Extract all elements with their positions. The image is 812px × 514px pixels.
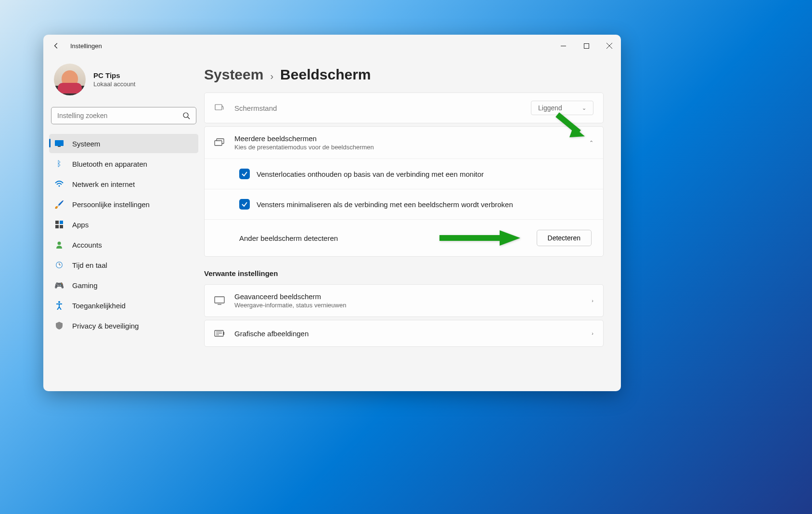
back-button[interactable] (53, 42, 60, 49)
chevron-right-icon: › (270, 71, 273, 82)
minimize-icon (561, 43, 566, 49)
apps-icon (55, 220, 64, 229)
sidebar-item-label: Accounts (72, 241, 102, 249)
sidebar-item-label: Persoonlijke instellingen (72, 200, 150, 209)
breadcrumb: Systeem › Beeldscherm (204, 66, 604, 83)
advanced-title: Geavanceerd beeldscherm (234, 292, 582, 301)
svg-rect-1 (584, 43, 589, 48)
checkbox-minimize[interactable] (239, 199, 250, 210)
related-heading: Verwante instellingen (204, 269, 604, 277)
avatar (54, 64, 86, 95)
gamepad-icon: 🎮 (55, 281, 64, 290)
sidebar-item-privacy[interactable]: Privacy & beveiliging (49, 316, 198, 335)
clock-icon (55, 261, 64, 269)
shield-icon (55, 321, 64, 330)
profile-name: PC Tips (93, 71, 135, 79)
maximize-icon (584, 43, 589, 49)
multi-subtitle: Kies de presentatiemodus voor de beeldsc… (234, 144, 580, 151)
brush-icon: 🖌️ (55, 200, 64, 209)
graphics-icon (214, 328, 225, 339)
graphics-card[interactable]: Grafische afbeeldingen › (204, 320, 604, 347)
sidebar-item-bluetooth[interactable]: ᛒ Bluetooth en apparaten (49, 154, 198, 173)
sidebar-item-label: Bluetooth en apparaten (72, 160, 147, 168)
detect-button[interactable]: Detecteren (537, 230, 592, 246)
svg-rect-23 (215, 297, 224, 303)
person-icon (55, 240, 64, 249)
svg-rect-11 (55, 225, 59, 228)
content-area: Systeem › Beeldscherm Schermstand Liggen… (204, 57, 621, 391)
annotation-arrow-2 (439, 229, 521, 247)
orientation-label: Schermstand (234, 104, 521, 112)
svg-rect-21 (215, 141, 222, 145)
multiple-displays-header[interactable]: Meerdere beeldschermen Kies de presentat… (205, 127, 603, 158)
svg-rect-12 (60, 225, 63, 228)
checkbox-remember[interactable] (239, 169, 250, 179)
svg-rect-10 (60, 221, 63, 224)
svg-line-5 (188, 117, 190, 119)
sidebar-item-accessibility[interactable]: Toegankelijkheid (49, 296, 198, 315)
search-icon (182, 112, 190, 119)
annotation-arrow-1 (555, 112, 589, 142)
svg-rect-22 (439, 235, 502, 241)
graphics-title: Grafische afbeeldingen (234, 329, 582, 338)
sidebar-item-label: Toegankelijkheid (72, 302, 126, 310)
minimize-button[interactable] (552, 35, 575, 57)
detect-label: Ander beeldscherm detecteren (239, 234, 338, 242)
search-input[interactable] (57, 112, 182, 119)
sidebar: PC Tips Lokaal account Systeem ᛒ Bluetoo… (43, 57, 204, 391)
sidebar-item-time[interactable]: Tijd en taal (49, 255, 198, 275)
close-button[interactable] (598, 35, 621, 57)
accessibility-icon (55, 301, 64, 310)
chevron-right-icon: › (592, 298, 593, 303)
sidebar-item-gaming[interactable]: 🎮 Gaming (49, 276, 198, 295)
orientation-card: Schermstand Liggend ⌄ (204, 92, 604, 123)
multiple-displays-card: Meerdere beeldschermen Kies de presentat… (204, 126, 604, 257)
search-box[interactable] (51, 107, 196, 124)
bluetooth-icon: ᛒ (55, 159, 64, 168)
svg-point-18 (58, 301, 60, 303)
advanced-display-card[interactable]: Geavanceerd beeldscherm Weergave-informa… (204, 284, 604, 317)
sidebar-item-label: Gaming (72, 281, 98, 290)
settings-window: Instellingen PC Tips Lokaal account (43, 35, 621, 391)
sidebar-item-label: Tijd en taal (72, 261, 107, 269)
sidebar-item-label: Netwerk en internet (72, 180, 135, 188)
maximize-button[interactable] (575, 35, 598, 57)
displays-icon (214, 137, 225, 148)
minimize-windows-label: Vensters minimaliseren als de verbinding… (257, 200, 592, 209)
titlebar: Instellingen (43, 35, 621, 57)
svg-rect-7 (58, 146, 61, 147)
svg-rect-29 (223, 332, 224, 335)
chevron-up-icon: ⌃ (589, 140, 593, 146)
svg-point-8 (59, 185, 60, 187)
remember-locations-row[interactable]: Vensterlocaties onthouden op basis van d… (205, 158, 603, 189)
svg-rect-9 (55, 221, 59, 224)
sidebar-item-system[interactable]: Systeem (49, 134, 198, 153)
profile-block[interactable]: PC Tips Lokaal account (47, 62, 200, 104)
sidebar-item-apps[interactable]: Apps (49, 215, 198, 234)
back-arrow-icon (53, 42, 60, 50)
monitor-outline-icon (214, 295, 225, 306)
breadcrumb-parent[interactable]: Systeem (204, 66, 263, 83)
chevron-down-icon: ⌄ (582, 105, 586, 111)
detect-display-row: Ander beeldscherm detecteren Detecteren (205, 219, 603, 256)
check-icon (241, 171, 248, 177)
wifi-icon (55, 180, 64, 188)
window-controls (552, 35, 621, 57)
sidebar-item-label: Privacy & beveiliging (72, 322, 139, 330)
sidebar-item-personalization[interactable]: 🖌️ Persoonlijke instellingen (49, 195, 198, 214)
nav-list: Systeem ᛒ Bluetooth en apparaten Netwerk… (47, 134, 200, 335)
check-icon (241, 201, 248, 208)
minimize-windows-row[interactable]: Vensters minimaliseren als de verbinding… (205, 189, 603, 219)
multi-title: Meerdere beeldschermen (234, 134, 580, 143)
advanced-subtitle: Weergave-informatie, status vernieuwen (234, 302, 582, 309)
svg-rect-19 (215, 105, 222, 110)
svg-point-13 (58, 242, 61, 245)
breadcrumb-current: Beeldscherm (280, 66, 371, 83)
orientation-icon (214, 103, 225, 113)
svg-rect-6 (55, 140, 64, 146)
close-icon (606, 43, 612, 49)
sidebar-item-accounts[interactable]: Accounts (49, 235, 198, 254)
sidebar-item-label: Apps (72, 221, 89, 229)
sidebar-item-network[interactable]: Netwerk en internet (49, 174, 198, 194)
profile-subtitle: Lokaal account (93, 80, 135, 88)
